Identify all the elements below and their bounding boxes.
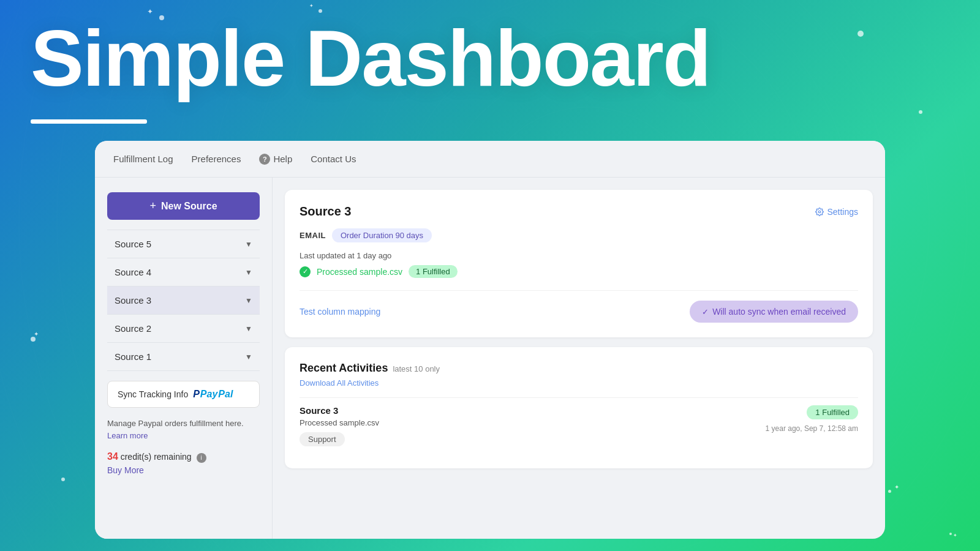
last-updated-text: Last updated at 1 day ago [300, 251, 858, 260]
sidebar: + New Source Source 5 ▼ Source 4 ▼ Sourc… [95, 178, 273, 539]
nav-contact-us[interactable]: Contact Us [311, 151, 356, 167]
content-area: + New Source Source 5 ▼ Source 4 ▼ Sourc… [95, 178, 885, 539]
nav-help[interactable]: ? Help [259, 151, 292, 167]
source-5-label: Source 5 [115, 239, 151, 249]
activities-subtitle: latest 10 only [393, 364, 440, 373]
dot-2 [318, 9, 322, 13]
table-row: Source 3 Processed sample.csv Support 1 … [300, 397, 858, 454]
hero-underline [31, 119, 147, 124]
settings-link[interactable]: Settings [815, 207, 858, 217]
dot-4 [919, 110, 922, 114]
activities-title: Recent Activities [300, 362, 388, 375]
activity-source-name: Source 3 [300, 405, 379, 416]
paypal-info: Manage Paypal orders fulfillment here. L… [107, 418, 260, 441]
auto-sync-label: Will auto sync when email received [712, 307, 846, 317]
auto-sync-button[interactable]: ✓ Will auto sync when email received [690, 301, 858, 323]
nav-bar: Fulfillment Log Preferences ? Help Conta… [95, 141, 885, 178]
source-1-label: Source 1 [115, 351, 151, 362]
dot-8 [949, 533, 952, 535]
hero-title: Simple Dashboard [31, 18, 710, 98]
activity-fulfilled-badge: 1 Fulfilled [807, 405, 858, 419]
star-1: ✦ [147, 7, 153, 16]
activity-file: Processed sample.csv [300, 418, 379, 427]
paypal-manage-text: Manage Paypal orders fulfillment here. [107, 419, 244, 428]
support-badge: Support [300, 432, 345, 446]
dot-6 [61, 478, 65, 481]
activities-card: Recent Activities latest 10 only Downloa… [285, 347, 873, 468]
source-card-header: Source 3 Settings [300, 204, 858, 219]
activity-time: 1 year ago, Sep 7, 12:58 am [766, 424, 858, 433]
credits-section: 34 credit(s) remaining i Buy More [107, 451, 260, 475]
plus-icon: + [149, 200, 156, 212]
check-circle-icon: ✓ [300, 266, 311, 277]
paypal-logo: P Pay Pal [193, 389, 233, 400]
chevron-down-icon-4: ▼ [245, 268, 252, 277]
nav-help-label: Help [273, 154, 292, 164]
main-card: Fulfillment Log Preferences ? Help Conta… [95, 141, 885, 539]
star-4: ✦ [894, 484, 899, 490]
dot-7 [888, 490, 891, 493]
dot-5 [31, 337, 36, 342]
dot-1 [159, 15, 164, 20]
main-content: Source 3 Settings EMAIL Order Duration 9… [273, 178, 885, 539]
settings-label: Settings [827, 207, 858, 217]
activities-header: Recent Activities latest 10 only [300, 362, 858, 375]
check-mark-icon: ✓ [702, 307, 709, 317]
nav-fulfillment-log[interactable]: Fulfillment Log [113, 151, 173, 167]
fulfilled-badge: 1 Fulfilled [409, 265, 458, 278]
chevron-down-icon-2: ▼ [245, 324, 252, 333]
source-3-label: Source 3 [115, 295, 151, 305]
paypal-p2: Pay [200, 389, 217, 400]
star-5: ✦ [953, 533, 957, 538]
gear-icon [815, 208, 824, 216]
activity-right: 1 Fulfilled 1 year ago, Sep 7, 12:58 am [766, 405, 858, 433]
help-icon: ? [259, 154, 270, 165]
source-list: Source 5 ▼ Source 4 ▼ Source 3 ▼ Source … [107, 230, 260, 371]
credits-count: 34 [107, 451, 118, 462]
sidebar-item-source-2[interactable]: Source 2 ▼ [107, 315, 260, 343]
paypal-sync-button[interactable]: Sync Tracking Info P Pay Pal [107, 381, 260, 408]
email-label: EMAIL [300, 231, 326, 240]
sidebar-item-source-3[interactable]: Source 3 ▼ [107, 287, 260, 315]
nav-preferences[interactable]: Preferences [192, 151, 241, 167]
test-mapping-link[interactable]: Test column mapping [300, 307, 380, 317]
star-2: ✦ [309, 3, 314, 9]
source-2-label: Source 2 [115, 323, 151, 334]
source-detail-card: Source 3 Settings EMAIL Order Duration 9… [285, 190, 873, 337]
paypal-p1: P [193, 389, 200, 400]
new-source-button[interactable]: + New Source [107, 192, 260, 220]
activity-left: Source 3 Processed sample.csv Support [300, 405, 379, 446]
new-source-label: New Source [161, 201, 217, 212]
sidebar-item-source-5[interactable]: Source 5 ▼ [107, 230, 260, 258]
chevron-down-icon-5: ▼ [245, 240, 252, 249]
svg-point-0 [819, 211, 821, 213]
processed-text: Processed sample.csv [317, 267, 402, 277]
buy-more-link[interactable]: Buy More [107, 465, 260, 475]
paypal-pal: Pal [218, 389, 233, 400]
dot-3 [858, 31, 864, 37]
source-card-title: Source 3 [300, 204, 351, 219]
paypal-sync-label: Sync Tracking Info [118, 389, 188, 399]
info-icon[interactable]: i [197, 453, 206, 463]
learn-more-link[interactable]: Learn more [107, 431, 148, 440]
credits-row: 34 credit(s) remaining i [107, 451, 260, 463]
sidebar-item-source-4[interactable]: Source 4 ▼ [107, 258, 260, 287]
tag-badge[interactable]: Order Duration 90 days [332, 228, 432, 242]
processed-row: ✓ Processed sample.csv 1 Fulfilled [300, 265, 858, 278]
source-card-footer: Test column mapping ✓ Will auto sync whe… [300, 290, 858, 323]
download-all-link[interactable]: Download All Activities [300, 378, 858, 388]
chevron-down-icon-3: ▼ [245, 296, 252, 305]
sidebar-item-source-1[interactable]: Source 1 ▼ [107, 343, 260, 371]
star-3: ✦ [34, 331, 39, 337]
source-4-label: Source 4 [115, 267, 151, 277]
chevron-down-icon-1: ▼ [245, 353, 252, 361]
credits-label: credit(s) remaining [121, 452, 192, 462]
source-meta: EMAIL Order Duration 90 days [300, 228, 858, 242]
